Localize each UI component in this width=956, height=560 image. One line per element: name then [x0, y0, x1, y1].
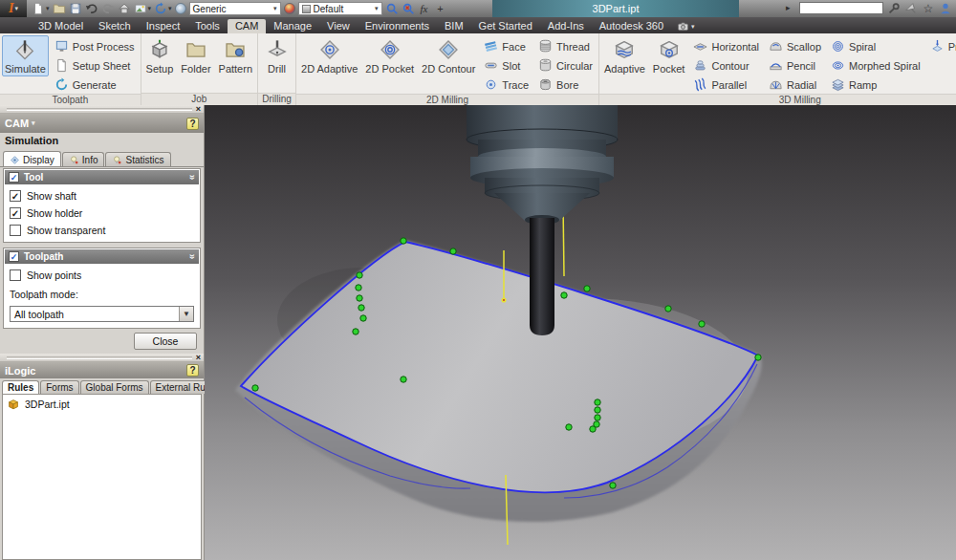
- tab-autodesk-360[interactable]: Autodesk 360: [592, 19, 671, 33]
- toolpath-entry-point[interactable]: [357, 272, 362, 278]
- wrench-icon[interactable]: [887, 1, 901, 15]
- ilogic-panel-grip[interactable]: ×: [0, 354, 204, 362]
- toolpath-entry-point[interactable]: [401, 377, 406, 382]
- zoom-cancel-button[interactable]: [402, 2, 415, 16]
- close-icon[interactable]: ×: [196, 354, 201, 361]
- material-sphere-icon[interactable]: [175, 3, 186, 14]
- help-icon[interactable]: ?: [186, 118, 199, 130]
- toolpath-entry-point[interactable]: [360, 315, 366, 321]
- panel-label-2d-milling[interactable]: 2D Milling: [296, 94, 598, 105]
- new-file-button[interactable]: [32, 2, 45, 16]
- chevron-down-icon[interactable]: ▾: [168, 5, 172, 12]
- tab-view[interactable]: View: [319, 19, 358, 33]
- checkbox[interactable]: [10, 269, 21, 281]
- tab-statistics[interactable]: Statistics: [105, 152, 170, 166]
- parameters-fx-button[interactable]: fx: [418, 2, 431, 16]
- panel-label-drilling[interactable]: Drilling: [258, 93, 295, 105]
- pattern-button[interactable]: Pattern: [216, 35, 255, 76]
- 3d-viewport[interactable]: [205, 105, 956, 560]
- toolpath-entry-point[interactable]: [755, 355, 761, 360]
- checkbox[interactable]: ✓: [10, 190, 21, 202]
- undo-button[interactable]: [85, 2, 98, 16]
- search-input[interactable]: [799, 2, 883, 14]
- tab-display[interactable]: Display: [3, 151, 61, 166]
- projection-button[interactable]: Projection: [926, 37, 956, 55]
- thread-button[interactable]: Thread: [534, 37, 597, 55]
- toolpath-entry-point[interactable]: [561, 292, 567, 298]
- toolpath-entry-point[interactable]: [595, 407, 600, 413]
- setup-sheet-button[interactable]: Setup Sheet: [51, 56, 139, 75]
- 2d-adaptive-button[interactable]: 2D Adaptive: [298, 35, 360, 76]
- tab-get-started[interactable]: Get Started: [471, 19, 540, 33]
- scallop-button[interactable]: Scallop: [765, 37, 825, 55]
- chevron-down-icon[interactable]: ▾: [148, 5, 152, 12]
- chevron-down-icon[interactable]: ▾: [32, 119, 35, 127]
- morphed-spiral-button[interactable]: Morphed Spiral: [827, 56, 924, 75]
- drag-grip[interactable]: [7, 108, 192, 111]
- material-combo[interactable]: Generic ▾: [189, 2, 281, 15]
- pocket-button[interactable]: Pocket: [650, 35, 688, 76]
- checkbox[interactable]: ✓: [10, 207, 21, 219]
- face-button[interactable]: Face: [480, 37, 532, 55]
- checkbox[interactable]: [10, 225, 21, 236]
- tab-inspect[interactable]: Inspect: [139, 19, 187, 33]
- home-view-button[interactable]: [118, 2, 131, 16]
- toolpath-entry-point[interactable]: [610, 483, 616, 488]
- add-button[interactable]: +: [434, 2, 447, 16]
- contour-button[interactable]: Contour: [689, 56, 763, 75]
- appearance-combo[interactable]: Default ▾: [298, 2, 382, 15]
- tab-rules[interactable]: Rules: [2, 380, 39, 394]
- tab-info[interactable]: Info: [62, 152, 105, 166]
- zoom-select-button[interactable]: [385, 2, 399, 16]
- bore-button[interactable]: Bore: [534, 75, 597, 94]
- tab-cam[interactable]: CAM: [228, 19, 266, 33]
- tab-global-forms[interactable]: Global Forms: [80, 380, 149, 394]
- tab-manage[interactable]: Manage: [266, 19, 319, 33]
- toolpath-entry-point[interactable]: [252, 385, 258, 391]
- toolpath-entry-point[interactable]: [356, 285, 361, 291]
- toolpath-mode-select[interactable]: All toolpath ▼: [10, 306, 194, 322]
- tab-add-ins[interactable]: Add-Ins: [540, 19, 592, 33]
- toolpath-entry-point[interactable]: [357, 295, 362, 301]
- tab-tools[interactable]: Tools: [187, 19, 228, 33]
- toolpath-entry-point[interactable]: [584, 286, 590, 291]
- toolpath-entry-point[interactable]: [665, 306, 671, 312]
- show-shaft-checkbox-row[interactable]: ✓ Show shaft: [10, 190, 194, 202]
- simulate-button[interactable]: Simulate: [2, 35, 49, 76]
- panel-label-3d-milling[interactable]: 3D Milling: [599, 94, 956, 105]
- sign-in-person-icon[interactable]: [939, 1, 952, 15]
- appearance-sphere-icon[interactable]: [284, 3, 295, 14]
- ramp-button[interactable]: Ramp: [827, 75, 924, 94]
- parallel-button[interactable]: Parallel: [689, 75, 763, 94]
- toolpath-entry-point[interactable]: [353, 329, 358, 334]
- update-button[interactable]: [154, 2, 167, 16]
- toolpath-entry-point[interactable]: [358, 305, 364, 311]
- 2d-contour-button[interactable]: 2D Contour: [419, 35, 478, 76]
- help-icon[interactable]: ?: [186, 364, 199, 377]
- drill-button[interactable]: Drill: [264, 35, 291, 76]
- tab-forms[interactable]: Forms: [40, 380, 78, 394]
- drag-grip[interactable]: [7, 356, 192, 359]
- adaptive-button[interactable]: Adaptive: [601, 35, 648, 76]
- collapse-chevron-icon[interactable]: «: [187, 254, 198, 260]
- toolpath-entry-point[interactable]: [566, 424, 572, 430]
- redo-button[interactable]: [101, 2, 115, 16]
- trace-button[interactable]: Trace: [480, 75, 532, 94]
- toolpath-entry-point[interactable]: [450, 248, 456, 254]
- show-points-checkbox-row[interactable]: Show points: [10, 269, 194, 281]
- toolpath-entry-point[interactable]: [595, 399, 600, 405]
- render-image-button[interactable]: [134, 2, 147, 16]
- chevron-down-icon[interactable]: ▾: [46, 5, 50, 12]
- folder-button[interactable]: Folder: [178, 35, 213, 76]
- slot-button[interactable]: Slot: [480, 56, 532, 75]
- toolpath-entry-point[interactable]: [401, 238, 406, 244]
- tab-environments[interactable]: Environments: [358, 19, 437, 33]
- 2d-pocket-button[interactable]: 2D Pocket: [362, 35, 417, 76]
- favorites-star-icon[interactable]: ☆: [922, 1, 935, 15]
- pencil-button[interactable]: Pencil: [765, 56, 825, 75]
- show-holder-checkbox-row[interactable]: ✓ Show holder: [10, 207, 194, 219]
- tool-section-header[interactable]: ✓ Tool «: [5, 170, 199, 184]
- collapse-chevron-icon[interactable]: «: [187, 175, 198, 181]
- panel-label-toolpath[interactable]: Toolpath: [0, 94, 141, 105]
- horizontal-button[interactable]: Horizontal: [689, 37, 763, 55]
